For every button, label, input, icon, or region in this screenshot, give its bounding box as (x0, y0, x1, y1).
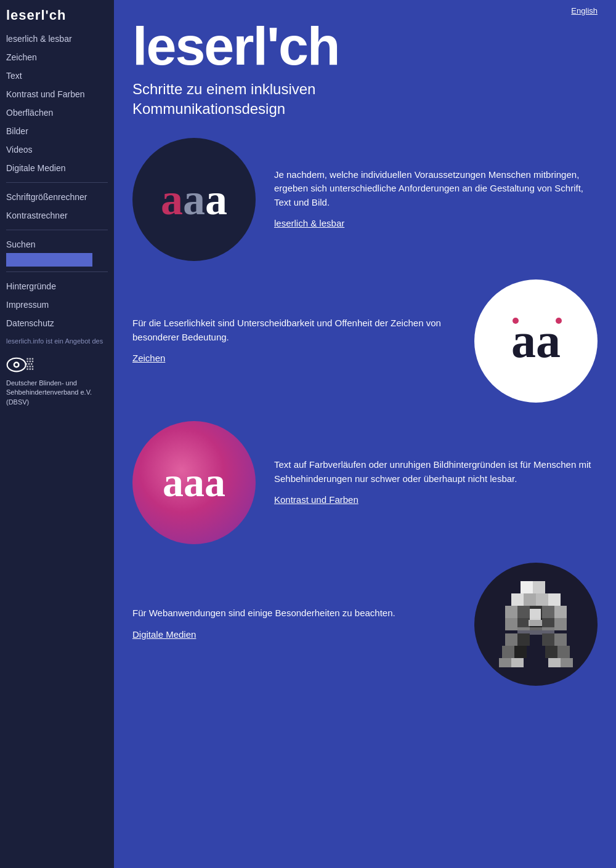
main-content: English leserl'ch Schritte zu einem inkl… (114, 0, 616, 868)
svg-rect-44 (511, 658, 524, 667)
svg-rect-7 (30, 361, 31, 363)
svg-rect-47 (530, 609, 541, 620)
svg-rect-21 (524, 593, 536, 606)
svg-rect-10 (28, 363, 30, 365)
svg-rect-45 (548, 658, 561, 667)
section-leserlich: aaa Je nachdem, welche individuellen Vor… (132, 138, 598, 261)
section-zeichen: aa Für die Leserlichkeit sind Unterschei… (132, 279, 598, 403)
hero-subtitle: Schritte zu einem inklusiven Kommunikati… (132, 79, 598, 119)
svg-rect-41 (545, 646, 557, 658)
nav-hintergruende[interactable]: Hintergründe (0, 277, 114, 295)
a-red: a (161, 175, 183, 224)
provider-text: leserlich.info ist ein Angebot des (0, 332, 114, 348)
svg-rect-23 (548, 593, 561, 606)
section1-body: Je nachdem, welche individuellen Vorauss… (274, 168, 598, 210)
tools-nav: Schriftgrößenrechner Kontrastrechner (0, 188, 114, 225)
circle-aa-white: aa (474, 279, 598, 403)
section2-text: Für die Leserlichkeit sind Unterscheidba… (132, 316, 456, 366)
hero-subtitle-line1: Schritte zu einem inklusiven (132, 81, 315, 97)
site-logo[interactable]: leserl'ch (0, 0, 114, 30)
svg-rect-48 (529, 620, 542, 626)
main-nav: leserlich & lesbar Zeichen Text Kontrast… (0, 30, 114, 177)
svg-rect-17 (32, 368, 34, 370)
section4-link[interactable]: Digitale Medien (132, 629, 196, 640)
svg-rect-43 (499, 658, 511, 667)
nav-schriftgroessen[interactable]: Schriftgrößenrechner (0, 188, 114, 206)
svg-point-2 (15, 363, 18, 366)
svg-rect-15 (26, 368, 28, 370)
language-bar: English (132, 0, 598, 16)
svg-rect-42 (557, 646, 570, 658)
svg-rect-27 (542, 606, 554, 618)
section2-body: Für die Leserlichkeit sind Unterscheidba… (132, 316, 456, 344)
nav-item-kontrast[interactable]: Kontrast und Farben (0, 85, 114, 103)
nav-kontrast[interactable]: Kontrastrechner (0, 206, 114, 225)
nav-divider-2 (6, 230, 108, 230)
nav-item-videos[interactable]: Videos (0, 140, 114, 159)
svg-rect-38 (554, 633, 567, 646)
nav-divider-1 (6, 182, 108, 183)
svg-rect-25 (517, 606, 530, 618)
svg-rect-13 (30, 366, 31, 368)
svg-rect-28 (554, 606, 567, 618)
section2-link[interactable]: Zeichen (132, 353, 165, 363)
svg-rect-4 (30, 358, 31, 360)
pixel-a-svg (480, 569, 591, 680)
section1-link[interactable]: leserlich & lesbar (274, 218, 344, 228)
section-kontrast: aaa Text auf Farbverläufen oder unruhige… (132, 421, 598, 544)
hero-subtitle-line2: Kommunikationsdesign (132, 100, 285, 117)
svg-rect-22 (536, 593, 548, 606)
a-gray: a (183, 175, 205, 224)
section3-body: Text auf Farbverläufen oder unruhigen Bi… (274, 458, 598, 486)
language-link[interactable]: English (571, 6, 598, 15)
svg-rect-6 (26, 361, 28, 363)
circle-pixel-a (474, 563, 598, 686)
section3-link[interactable]: Kontrast und Farben (274, 494, 359, 505)
circle-aaa-gradient: aaa (132, 421, 256, 544)
svg-rect-29 (505, 618, 517, 630)
nav-item-leserlich-lesbar[interactable]: leserlich & lesbar (0, 30, 114, 48)
section4-text: Für Webanwendungen sind einige Besonderh… (132, 606, 456, 641)
svg-rect-11 (31, 363, 33, 365)
a-white: a (205, 175, 227, 224)
svg-rect-16 (30, 368, 31, 370)
hero-title: leserl'ch (132, 19, 598, 73)
svg-rect-24 (505, 606, 517, 618)
search-input[interactable] (6, 253, 92, 267)
search-label: Suchen (0, 235, 114, 251)
svg-rect-12 (26, 366, 28, 368)
svg-rect-36 (517, 633, 530, 646)
svg-rect-39 (502, 646, 514, 658)
nav-impressum[interactable]: Impressum (0, 295, 114, 314)
nav-divider-3 (6, 271, 108, 272)
aaa-white-text: aaa (163, 458, 225, 507)
sidebar: leserl'ch leserlich & lesbar Zeichen Tex… (0, 0, 114, 868)
svg-rect-46 (561, 658, 573, 667)
svg-rect-18 (521, 581, 533, 593)
svg-rect-3 (26, 358, 28, 360)
svg-rect-19 (533, 581, 545, 593)
circle-aaa-colored: aaa (132, 138, 256, 261)
svg-rect-37 (542, 633, 554, 646)
section4-body: Für Webanwendungen sind einige Besonderh… (132, 606, 456, 621)
section3-text: Text auf Farbverläufen oder unruhigen Bi… (274, 458, 598, 507)
nav-datenschutz[interactable]: Datenschutz (0, 314, 114, 332)
svg-rect-8 (32, 361, 34, 363)
org-name: Deutscher Blinden- und Sehbehindertenver… (0, 379, 114, 413)
svg-rect-40 (514, 646, 527, 658)
nav-item-oberflaechen[interactable]: Oberflächen (0, 103, 114, 122)
nav-item-text[interactable]: Text (0, 66, 114, 85)
section1-text: Je nachdem, welche individuellen Vorauss… (274, 168, 598, 231)
nav-item-digitale-medien[interactable]: Digitale Medien (0, 159, 114, 177)
nav-item-zeichen[interactable]: Zeichen (0, 48, 114, 66)
svg-rect-35 (505, 633, 517, 646)
dbsv-logo (0, 348, 114, 379)
section-digitale: Für Webanwendungen sind einige Besonderh… (132, 563, 598, 686)
svg-rect-14 (32, 366, 34, 368)
nav-item-bilder[interactable]: Bilder (0, 122, 114, 140)
footer-nav: Hintergründe Impressum Datenschutz (0, 277, 114, 332)
svg-rect-20 (511, 593, 524, 606)
svg-rect-5 (32, 358, 34, 360)
aa-text: aa (511, 313, 561, 369)
svg-rect-33 (554, 618, 567, 630)
